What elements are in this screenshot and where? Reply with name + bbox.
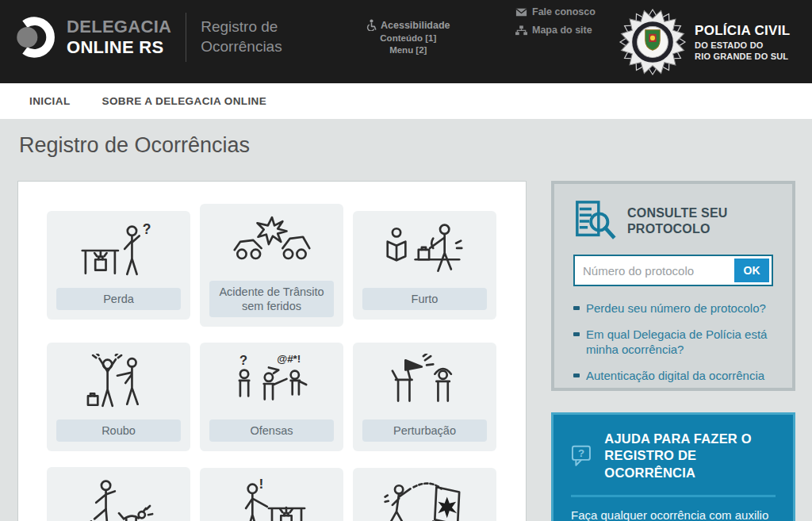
square-bullet-icon [573,306,580,310]
occurrence-card-grid: ? Perda Acidente de Trânsito sem feridos [47,204,513,521]
site-header: DELEGACIA ONLINE RS Registro de Ocorrênc… [0,0,812,83]
maus-tratos-icon [78,478,160,521]
help-panel[interactable]: ? AJUDA PARA FAZER O REGISTRO DE OCORRÊN… [551,412,795,521]
help-title: AJUDA PARA FAZER O REGISTRO DE OCORRÊNCI… [604,431,776,481]
site-logo[interactable]: DELEGACIA ONLINE RS Registro de Ocorrênc… [11,13,282,62]
accessibility-menu-shortcut[interactable]: Menu [2] [366,45,450,55]
list-item: Em qual Delegacia de Polícia está minha … [573,327,773,358]
occurrence-card-label: Perturbação [362,419,487,442]
header-divider [186,13,186,62]
agency-line3: RIO GRANDE DO SUL [695,52,790,61]
furto-icon [384,222,466,281]
janela-quebrada-icon [384,479,466,521]
nav-item-inicial[interactable]: INICIAL [29,95,71,107]
sitemap-link-label: Mapa do site [532,25,592,36]
svg-text:?: ? [142,222,151,237]
accessibility-content-shortcut[interactable]: Conteúdo [1] [366,33,450,43]
protocol-panel: CONSULTE SEU PROTOCOLO OK Perdeu seu núm… [551,181,795,391]
help-divider [571,495,776,497]
sitemap-link[interactable]: Mapa do site [515,25,596,36]
which-station-link[interactable]: Em qual Delegacia de Polícia está minha … [586,327,773,358]
protocol-links: Perdeu seu número de protocolo? Em qual … [573,301,773,383]
help-text: Faça qualquer ocorrência com auxilio da [571,508,776,521]
wheelchair-icon [366,19,377,31]
logo-line2: ONLINE RS [67,37,171,58]
accessibility-link[interactable]: Acessibilidade [366,19,450,31]
svg-text:?: ? [239,354,247,367]
contact-link[interactable]: Fale conosco [515,6,596,17]
protocol-ok-button[interactable]: OK [734,259,769,282]
roubo-icon [78,354,160,412]
occurrence-card-acidente-transito[interactable]: Acidente de Trânsito sem feridos [200,204,343,327]
header-quick-links: Fale conosco Mapa do site [515,6,596,43]
occurrence-card-maus-tratos[interactable]: Maus-Tratos Contra [47,467,190,521]
main-nav: INICIAL SOBRE A DELEGACIA ONLINE [0,83,812,119]
page-title: Registro de Ocorrências [19,133,250,158]
acidente-transito-icon [231,215,313,274]
agency-name: POLÍCIA CIVIL [695,23,790,39]
square-bullet-icon [573,332,580,336]
svg-text:?: ? [578,447,584,459]
logo-line1: DELEGACIA [67,17,171,37]
delegacia-online-logo-icon [11,14,57,60]
policia-civil-badge-icon [619,8,687,76]
lost-protocol-link[interactable]: Perdeu seu número de protocolo? [586,301,766,316]
occurrence-card-label: Furto [362,288,487,310]
agency-block: POLÍCIA CIVIL DO ESTADO DO RIO GRANDE DO… [619,8,790,76]
occurrence-card-ofensas[interactable]: ? @#*! Ofensas [200,343,343,451]
perturbacao-icon [384,354,466,412]
occurrence-card-pessoa-exclamacao-mesa[interactable]: ! [200,468,343,521]
header-subtitle-line2: Ocorrências [201,37,282,57]
occurrence-card-label: Acidente de Trânsito sem feridos [209,281,334,317]
svg-text:@#*!: @#*! [277,354,301,365]
header-subtitle: Registro de Ocorrências [201,17,282,56]
protocol-number-input[interactable] [575,256,732,285]
agency-text: POLÍCIA CIVIL DO ESTADO DO RIO GRANDE DO… [695,23,790,61]
digital-authentication-link[interactable]: Autenticação digital da ocorrência [586,368,764,384]
agency-line2: DO ESTADO DO [695,40,790,50]
protocol-title: CONSULTE SEU PROTOCOLO [627,205,754,237]
content-area: Registro de Ocorrências ? Perda [0,119,812,521]
header-subtitle-line1: Registro de [201,17,282,37]
contact-link-label: Fale conosco [532,6,596,17]
svg-text:!: ! [259,479,263,492]
occurrence-card-roubo[interactable]: Roubo [47,343,190,451]
question-bubble-icon: ? [571,434,592,478]
accessibility-label: Acessibilidade [381,20,450,31]
sitemap-icon [515,25,527,36]
protocol-header: CONSULTE SEU PROTOCOLO [573,200,773,243]
accessibility-block: Acessibilidade Conteúdo [1] Menu [2] [366,19,450,55]
list-item: Perdeu seu número de protocolo? [573,301,773,316]
envelope-icon [515,8,527,17]
document-search-icon [573,200,616,243]
occurrence-card-label: Ofensas [209,419,334,442]
occurrence-card-furto[interactable]: Furto [353,211,496,320]
list-item: Autenticação digital da ocorrência [573,368,773,384]
ofensas-icon: ? @#*! [231,354,313,412]
occurrence-card-label: Perda [56,288,181,310]
square-bullet-icon [573,374,580,377]
perda-icon: ? [78,222,160,281]
protocol-search-form: OK [573,255,773,286]
occurrence-card-janela-quebrada[interactable] [353,468,496,521]
occurrence-card-perturbacao[interactable]: Perturbação [353,343,496,451]
occurrence-card-perda[interactable]: ? Perda [47,211,190,320]
occurrence-types-panel: ? Perda Acidente de Trânsito sem feridos [17,181,527,521]
pessoa-exclamacao-mesa-icon: ! [231,479,313,521]
occurrence-card-label: Roubo [56,419,181,442]
help-header: ? AJUDA PARA FAZER O REGISTRO DE OCORRÊN… [571,431,776,481]
nav-item-sobre[interactable]: SOBRE A DELEGACIA ONLINE [102,95,267,107]
logo-text: DELEGACIA ONLINE RS [67,17,171,58]
